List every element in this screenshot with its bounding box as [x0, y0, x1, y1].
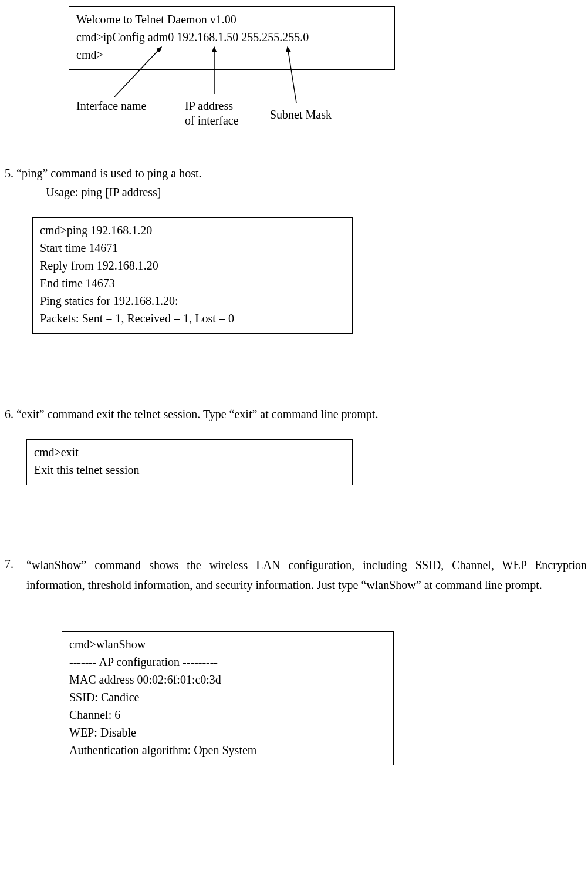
section-7-body: “wlanShow” command shows the wireless LA… — [26, 555, 587, 595]
telnet-line: ------- AP configuration --------- — [69, 653, 386, 671]
telnet-line: Packets: Sent = 1, Received = 1, Lost = … — [40, 310, 345, 327]
telnet-box-exit: cmd>exit Exit this telnet session — [26, 439, 353, 485]
telnet-line: Ping statics for 192.168.1.20: — [40, 292, 345, 310]
annotation-ip-address-line2: of interface — [185, 112, 239, 129]
telnet-line: Start time 14671 — [40, 239, 345, 257]
annotation-interface-name: Interface name — [76, 97, 146, 115]
telnet-box-ping: cmd>ping 192.168.1.20 Start time 14671 R… — [32, 217, 353, 334]
telnet-line: SSID: Candice — [69, 688, 386, 706]
telnet-line: Channel: 6 — [69, 706, 386, 724]
telnet-box-ipconfig: Welcome to Telnet Daemon v1.00 cmd>ipCon… — [69, 6, 395, 70]
section-5-title: 5. “ping” command is used to ping a host… — [5, 164, 202, 182]
telnet-box-wlanshow: cmd>wlanShow ------- AP configuration --… — [62, 631, 394, 765]
telnet-line: cmd> — [76, 46, 387, 63]
telnet-line: Reply from 192.168.1.20 — [40, 257, 345, 274]
telnet-line: Welcome to Telnet Daemon v1.00 — [76, 11, 387, 28]
telnet-line: WEP: Disable — [69, 724, 386, 741]
annotation-subnet-mask: Subnet Mask — [270, 106, 332, 123]
telnet-line: Authentication algorithm: Open System — [69, 741, 386, 759]
telnet-line: Exit this telnet session — [34, 461, 345, 479]
telnet-line: cmd>ipConfig adm0 192.168.1.50 255.255.2… — [76, 28, 387, 46]
telnet-line: End time 14673 — [40, 274, 345, 292]
telnet-line: MAC address 00:02:6f:01:c0:3d — [69, 671, 386, 688]
section-6-title: 6. “exit” command exit the telnet sessio… — [5, 405, 378, 423]
telnet-line: cmd>wlanShow — [69, 635, 386, 653]
section-7-number: 7. — [5, 555, 13, 573]
section-5-usage: Usage: ping [IP address] — [46, 183, 161, 201]
telnet-line: cmd>ping 192.168.1.20 — [40, 221, 345, 239]
telnet-line: cmd>exit — [34, 443, 345, 461]
